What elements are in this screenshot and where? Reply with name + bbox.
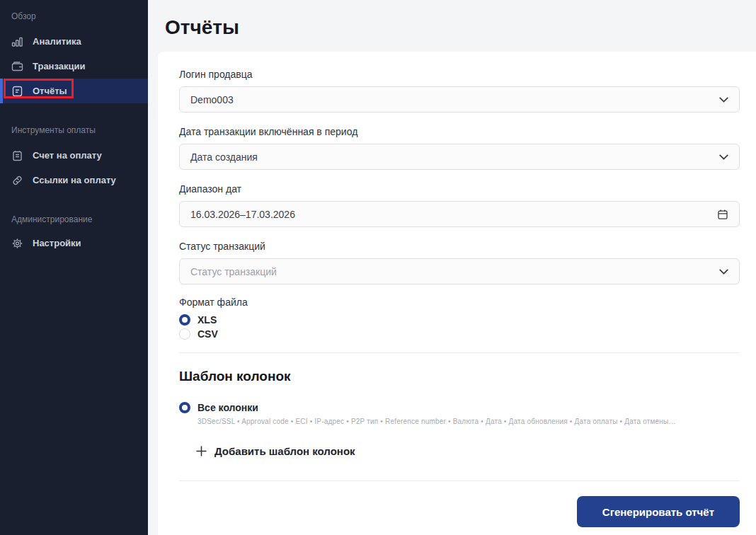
merchant-login-select[interactable]: Demo003 xyxy=(179,86,740,113)
transaction-status-label: Статус транзакций xyxy=(179,241,740,251)
columns-preview-text: 3DSec/SSL • Approval code • ECI • IP-адр… xyxy=(197,418,740,426)
period-date-type-value: Дата создания xyxy=(190,151,719,163)
sidebar-item-invoice[interactable]: Счет на оплату xyxy=(0,143,148,168)
file-format-option-xls[interactable]: XLS xyxy=(179,313,740,327)
field-date-range: Диапазон дат 16.03.2026–17.03.2026 xyxy=(179,184,740,227)
page-title: Отчёты xyxy=(165,16,239,40)
calendar-icon xyxy=(717,209,728,220)
field-merchant-login: Логин продавца Demo003 xyxy=(179,69,740,113)
field-file-format: Формат файла XLS CSV xyxy=(179,297,740,341)
sidebar-item-label: Аналитика xyxy=(33,36,81,47)
sidebar-section-payment-tools: Инструменты оплаты xyxy=(0,125,148,135)
all-columns-label: Все колонки xyxy=(197,402,258,413)
sidebar-item-label: Отчёты xyxy=(33,86,67,96)
plus-icon xyxy=(196,446,207,456)
bar-chart-icon xyxy=(11,36,23,47)
sidebar-section-administration: Администрирование xyxy=(0,214,148,224)
period-date-type-label: Дата транзакции включённая в период xyxy=(179,127,740,137)
generate-report-button[interactable]: Сгенерировать отчёт xyxy=(577,496,740,527)
sidebar-item-reports[interactable]: Отчёты xyxy=(0,79,148,103)
sidebar-item-transactions[interactable]: Транзакции xyxy=(0,54,148,79)
footer-actions: Сгенерировать отчёт xyxy=(179,496,740,527)
sidebar-item-label: Ссылки на оплату xyxy=(33,175,116,185)
field-period-date-type: Дата транзакции включённая в период Дата… xyxy=(179,127,740,170)
sidebar-item-settings[interactable]: Настройки xyxy=(0,231,148,255)
add-columns-template-button[interactable]: Добавить шаблон колонок xyxy=(196,445,355,457)
transaction-status-select[interactable]: Статус транзакций xyxy=(179,258,740,284)
chevron-down-icon xyxy=(719,97,728,103)
radio-label: XLS xyxy=(197,314,217,326)
sidebar-item-label: Настройки xyxy=(33,238,81,248)
sidebar-item-label: Транзакции xyxy=(33,61,85,71)
chevron-down-icon xyxy=(719,269,728,275)
date-range-input[interactable]: 16.03.2026–17.03.2026 xyxy=(179,201,740,227)
radio-unselected-icon[interactable] xyxy=(179,328,190,340)
sidebar-item-analytics[interactable]: Аналитика xyxy=(0,29,148,54)
chevron-down-icon xyxy=(719,154,728,160)
report-form-card: Логин продавца Demo003 Дата транзакции в… xyxy=(158,52,756,535)
period-date-type-select[interactable]: Дата создания xyxy=(179,144,740,170)
sidebar-item-payment-links[interactable]: Ссылки на оплату xyxy=(0,168,148,192)
columns-template-heading: Шаблон колонок xyxy=(179,368,740,384)
radio-selected-icon[interactable] xyxy=(179,314,190,326)
all-columns-option[interactable]: Все колонки xyxy=(179,401,740,415)
add-columns-template-label: Добавить шаблон колонок xyxy=(214,445,355,457)
merchant-login-label: Логин продавца xyxy=(179,69,740,79)
sidebar-item-label: Счет на оплату xyxy=(33,150,102,161)
date-range-value: 16.03.2026–17.03.2026 xyxy=(190,209,717,220)
merchant-login-value: Demo003 xyxy=(190,94,719,105)
invoice-icon xyxy=(11,150,23,161)
link-icon xyxy=(11,175,23,186)
report-icon xyxy=(11,86,23,97)
radio-selected-icon[interactable] xyxy=(179,402,190,413)
date-range-label: Диапазон дат xyxy=(179,184,740,194)
wallet-icon xyxy=(11,61,23,72)
gear-icon xyxy=(11,238,23,249)
file-format-option-csv[interactable]: CSV xyxy=(179,327,740,341)
transaction-status-placeholder: Статус транзакций xyxy=(190,266,719,277)
footer-divider xyxy=(179,481,740,481)
radio-label: CSV xyxy=(197,328,218,340)
section-divider xyxy=(179,352,740,353)
sidebar: Обзор Аналитика Транзакции xyxy=(0,0,148,535)
file-format-label: Формат файла xyxy=(179,297,740,307)
sidebar-section-overview: Обзор xyxy=(0,11,148,21)
field-transaction-status: Статус транзакций Статус транзакций xyxy=(179,241,740,284)
